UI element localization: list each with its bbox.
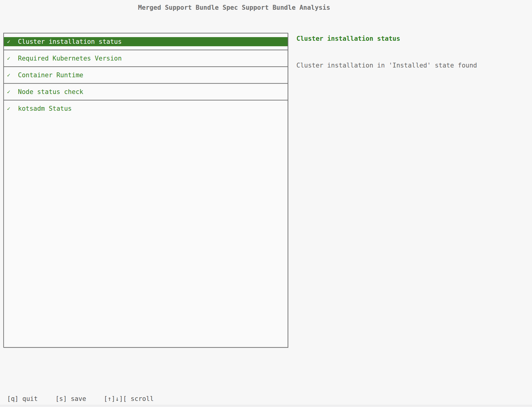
terminal-screen: Merged Support Bundle Spec Support Bundl…	[0, 0, 532, 407]
save-hint[interactable]: [s] save	[55, 395, 86, 402]
list-item-line: ✓ Container Runtime	[4, 71, 288, 80]
detail-body: Cluster installation in 'Installed' stat…	[296, 61, 521, 69]
list-item[interactable]: ✓ Container Runtime	[4, 67, 288, 84]
window-bottom-edge	[0, 405, 532, 407]
list-item-label: kotsadm Status	[18, 105, 72, 112]
analyzer-list-panel: ✓ Cluster installation status ✓ Required…	[3, 33, 288, 348]
list-item-line: ✓ Cluster installation status	[4, 37, 288, 46]
detail-heading: Cluster installation status	[296, 35, 521, 43]
scroll-hint: [↑]↓][ scroll	[104, 395, 154, 402]
list-item-label: Node status check	[18, 88, 83, 96]
list-item-label: Container Runtime	[18, 71, 83, 79]
list-item[interactable]: ✓ Node status check	[4, 84, 288, 100]
list-item[interactable]: ✓ Required Kubernetes Version	[4, 50, 288, 67]
quit-hint[interactable]: [q] quit	[7, 395, 38, 402]
check-icon: ✓	[7, 39, 12, 44]
list-item-line: ✓ Node status check	[4, 87, 288, 96]
list-item[interactable]: ✓ Cluster installation status	[4, 33, 288, 50]
check-icon: ✓	[7, 72, 12, 78]
app-title: Merged Support Bundle Spec Support Bundl…	[0, 4, 468, 11]
detail-panel: Cluster installation status Cluster inst…	[296, 35, 521, 69]
list-item-line: ✓ Required Kubernetes Version	[4, 54, 288, 63]
check-icon: ✓	[7, 106, 12, 111]
list-item-label: Required Kubernetes Version	[18, 55, 122, 62]
footer-hints: [q] quit [s] save [↑]↓][ scroll	[7, 395, 154, 402]
check-icon: ✓	[7, 89, 12, 95]
list-item[interactable]: ✓ kotsadm Status	[4, 100, 288, 117]
list-item-label: Cluster installation status	[18, 38, 122, 45]
check-icon: ✓	[7, 56, 12, 61]
list-item-line: ✓ kotsadm Status	[4, 104, 288, 113]
